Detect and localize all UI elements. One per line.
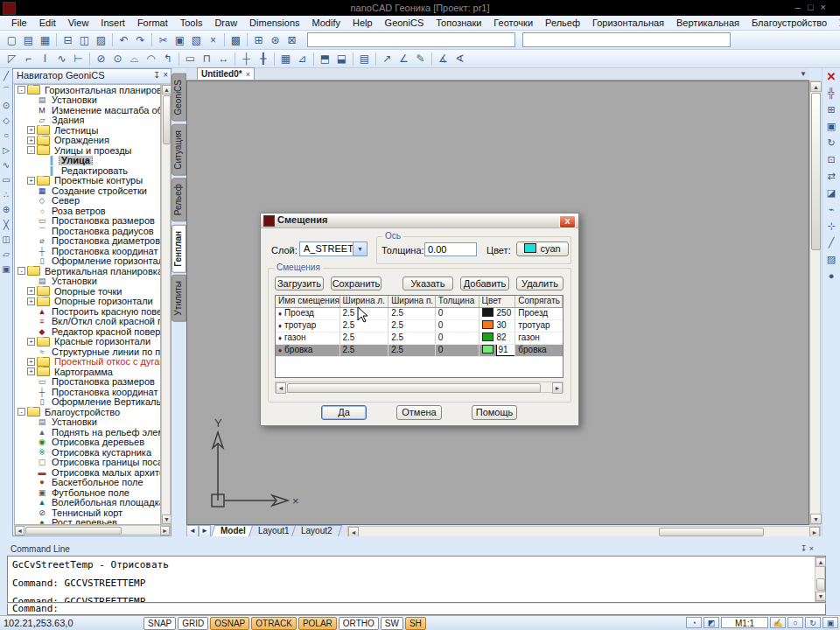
expand-toggle-icon[interactable]: - (18, 86, 25, 94)
offset-name-cell[interactable]: ♦газон (276, 332, 340, 344)
quick-search-field[interactable] (522, 32, 731, 47)
expand-toggle-icon[interactable]: + (27, 287, 35, 295)
tree-item[interactable]: -Вертикальная планировка (15, 266, 160, 276)
toggle-ortho[interactable]: ORTHO (339, 617, 379, 630)
tree-item[interactable]: +Опорные горизонтали (15, 297, 160, 307)
width-right-cell[interactable]: 2.5 (388, 332, 436, 344)
tree-item[interactable]: +Лестницы (15, 125, 160, 136)
curve-icon[interactable]: ↰ (159, 51, 176, 66)
panel-tab-ситуация[interactable]: Ситуация (172, 124, 186, 176)
table-row[interactable]: ♦Проезд2.52.50250Проезд (276, 308, 563, 320)
pan-icon[interactable]: ╬ (822, 85, 840, 102)
tree-item[interactable]: ▯Оформление Вертикальной п (15, 397, 160, 408)
menu-item-modify[interactable]: Modify (306, 17, 346, 29)
column-header[interactable]: Ширина п. (388, 296, 436, 307)
tree-item[interactable]: ≈Структурные линии по проезд (15, 346, 160, 357)
tree-item[interactable]: ☼Роза ветров (15, 206, 160, 216)
scroll-thumb[interactable] (287, 383, 541, 393)
expand-toggle-icon[interactable]: + (27, 368, 35, 375)
rect-icon[interactable]: ▭ (0, 172, 12, 187)
tree-item[interactable]: ▤Установки (15, 95, 160, 106)
scroll-right-icon[interactable]: ► (552, 382, 563, 394)
copy-obj-icon[interactable]: ▣ (0, 262, 12, 276)
weld-icon[interactable]: ✎ (412, 51, 429, 66)
tree-item[interactable]: ┼Простановка координат (15, 246, 160, 256)
scroll-thumb[interactable] (163, 95, 171, 144)
thickness-cell[interactable]: 0 (436, 332, 480, 344)
table-row[interactable]: ♦тротуар2.52.5030тротуар (276, 320, 563, 332)
polygon-icon[interactable]: ○ (0, 128, 12, 143)
maximize-icon[interactable]: □ (808, 2, 821, 12)
ucs-toggle-icon[interactable]: ◔ (686, 617, 702, 628)
toggle-grid[interactable]: GRID (178, 617, 208, 630)
width-right-cell[interactable]: 2.5 (388, 308, 436, 319)
rect-icon[interactable]: ▭ (182, 51, 199, 66)
menu-item-топознаки[interactable]: Топознаки (430, 17, 487, 29)
mate-cell[interactable]: тротуар (515, 320, 563, 332)
help-button[interactable]: Помощь (472, 405, 517, 420)
ok-button[interactable]: Да (321, 405, 367, 420)
thickness-cell[interactable]: 0 (436, 308, 480, 319)
toggle-snap[interactable]: SNAP (144, 617, 176, 630)
circle-tool-icon[interactable]: ○ (788, 617, 803, 628)
stretch-icon[interactable]: ↔ (215, 51, 232, 66)
grid-display-icon[interactable]: ◩ (704, 617, 719, 628)
zoom-window-icon[interactable]: ▣ (822, 118, 840, 135)
color-cell[interactable]: 91 (480, 345, 516, 356)
pin-icon[interactable]: ↧ (801, 544, 808, 553)
tree-item[interactable]: ▣Футбольное поле (15, 487, 160, 498)
tree-item[interactable]: ║Редактировать (15, 165, 160, 176)
copy-view-icon[interactable]: ⊡ (822, 151, 840, 168)
spline-icon[interactable]: ∿ (0, 158, 12, 172)
expand-toggle-icon[interactable]: + (27, 177, 35, 185)
dialog-close-icon[interactable]: X (559, 215, 576, 228)
command-input[interactable]: Command: (7, 604, 826, 615)
table-hscrollbar[interactable]: ◄ ► (275, 382, 564, 393)
node-icon[interactable]: ∠ (396, 51, 412, 66)
layers-icon[interactable]: ⬒ (317, 51, 333, 66)
thickness-field[interactable]: 0.00 (424, 242, 477, 256)
command-vscrollbar[interactable]: ▲ ▼ (815, 556, 825, 602)
new-icon[interactable]: ▢ (4, 32, 20, 48)
close-icon[interactable]: × (821, 2, 833, 12)
width-left-cell[interactable]: 2.5 (340, 332, 389, 344)
toggle-polar[interactable]: POLAR (298, 617, 337, 630)
save-icon[interactable]: ▦ (37, 32, 53, 48)
points-icon[interactable]: ∴ (0, 187, 12, 202)
expand-toggle-icon[interactable]: + (27, 136, 35, 144)
width-left-cell[interactable]: 2.5 (340, 345, 389, 356)
menu-item-help[interactable]: Help (346, 17, 379, 29)
mate-cell[interactable]: Проезд (515, 308, 563, 319)
add-button[interactable]: Добавить (460, 276, 509, 290)
panel-tab-утилиты[interactable]: Утилиты (172, 275, 186, 322)
expand-toggle-icon[interactable]: + (27, 338, 35, 346)
refresh-icon[interactable]: ↻ (805, 617, 821, 628)
rhomb-icon[interactable]: ◇ (0, 113, 12, 128)
profile-icon[interactable]: ⊿ (294, 51, 311, 66)
color-button[interactable]: cyan (516, 242, 569, 256)
tree-item[interactable]: ※Отрисовка кустарника (15, 447, 160, 458)
tree-hscrollbar[interactable]: ◄ ► (14, 525, 171, 535)
tree-item[interactable]: +Проектные контуры (15, 176, 160, 186)
dialog-title-bar[interactable]: Смещения X (261, 214, 578, 228)
tree-item[interactable]: ●Баскетбольное поле (15, 478, 160, 488)
canvas-hscrollbar[interactable]: ◄ ► (347, 526, 821, 537)
view-icon[interactable]: ◫ (0, 232, 12, 247)
tree-item[interactable]: -Горизонтальная планировка (15, 85, 160, 95)
menu-item-draw[interactable]: Draw (208, 17, 243, 29)
toggle-sw[interactable]: SW (381, 617, 403, 630)
menu-item-вертикальная[interactable]: Вертикальная (670, 17, 746, 29)
scroll-up-icon[interactable]: ▲ (810, 81, 822, 92)
scroll-thumb[interactable] (25, 527, 122, 535)
mate-cell[interactable]: газон (515, 332, 563, 344)
tree-vscrollbar[interactable]: ▲ ▼ (161, 84, 171, 525)
break-icon[interactable]: ⌁ (822, 201, 840, 218)
color-cell[interactable]: 82 (480, 332, 516, 344)
width-left-cell[interactable]: 2.5 (340, 320, 389, 332)
offset-name-cell[interactable]: ♦Проезд (276, 308, 340, 319)
pgram-icon[interactable]: ▱ (0, 247, 12, 262)
tree-item[interactable]: MИзменение масштаба объект (15, 105, 160, 116)
cancel-button[interactable]: Отмена (396, 405, 442, 420)
toggle-sh[interactable]: SH (405, 617, 426, 630)
expand-toggle-icon[interactable]: + (27, 358, 35, 366)
